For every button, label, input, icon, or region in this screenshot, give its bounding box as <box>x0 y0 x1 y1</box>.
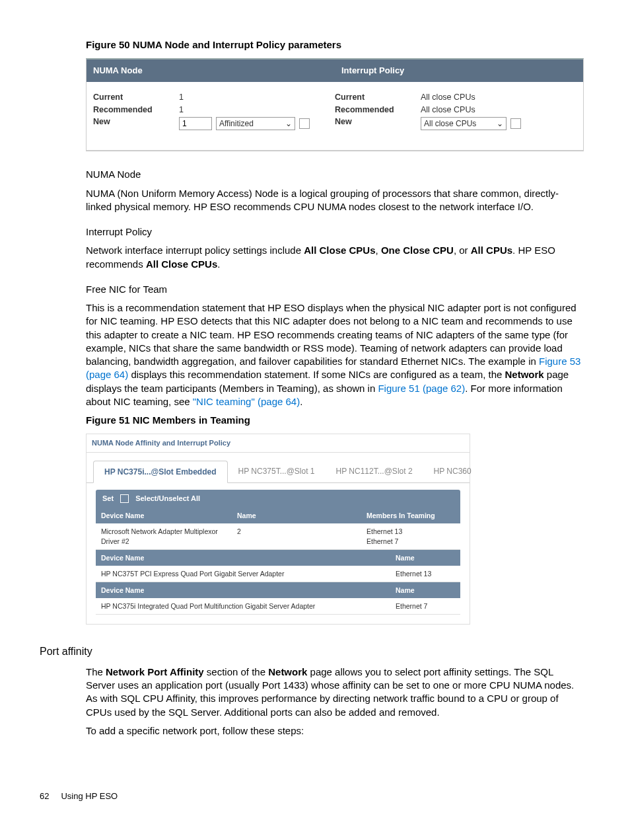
col-name: Name <box>232 508 361 523</box>
tab-slot-embedded[interactable]: HP NC375i...@Slot Embedded <box>93 461 228 483</box>
figure-50-caption: Figure 50 NUMA Node and Interrupt Policy… <box>86 38 584 52</box>
figure-50: NUMA Node Interrupt Policy Current Recom… <box>86 58 584 151</box>
free-nic-body: This is a recommendation statement that … <box>86 301 584 408</box>
select-all-checkbox[interactable] <box>120 494 129 503</box>
cell-name: 2 <box>232 523 361 549</box>
cell-device: Microsoft Network Adapter Multiplexor Dr… <box>96 523 232 549</box>
fig51-title: NUMA Node Affinity and Interrupt Policy <box>87 434 470 453</box>
numa-new-input[interactable] <box>179 117 212 130</box>
port-affinity-body-2: To add a specific network port, follow t… <box>86 724 584 738</box>
interrupt-policy-body: Network interface interrupt policy setti… <box>86 244 584 271</box>
numa-new-select-value: Affinitized <box>219 118 254 130</box>
numa-new-label: New <box>93 116 179 128</box>
figure-51-caption: Figure 51 NIC Members in Teaming <box>86 414 584 427</box>
ip-recommended-label: Recommended <box>335 104 421 116</box>
ip-new-select[interactable]: All close CPUs ⌄ <box>421 117 507 130</box>
ip-new-select-value: All close CPUs <box>424 118 476 130</box>
table-row: Microsoft Network Adapter Multiplexor Dr… <box>96 523 460 549</box>
col-device-name: Device Name <box>96 508 232 523</box>
ip-recommended-value: All close CPUs <box>421 104 577 116</box>
numa-new-checkbox[interactable] <box>299 118 310 129</box>
col-device-name: Device Name <box>96 550 390 566</box>
footer-label: Using HP ESO <box>61 790 118 802</box>
tab-slot-2[interactable]: HP NC112T...@Slot 2 <box>326 461 423 482</box>
cell-name: Ethernet 7 <box>390 598 460 614</box>
numa-recommended-label: Recommended <box>93 104 179 116</box>
numa-recommended-value: 1 <box>179 104 335 116</box>
link-nic-teaming[interactable]: "NIC teaming" (page 64) <box>193 396 300 407</box>
chevron-down-icon: ⌄ <box>285 118 292 130</box>
tab-slot-1[interactable]: HP NC375T...@Slot 1 <box>228 461 326 482</box>
port-affinity-body-1: The Network Port Affinity section of the… <box>86 666 584 719</box>
table-row: HP NC375i Integrated Quad Port Multifunc… <box>96 598 460 615</box>
cell-device: HP NC375T PCI Express Quad Port Gigabit … <box>96 566 390 582</box>
cell-name: Ethernet 13 <box>390 566 460 582</box>
tab-nc360[interactable]: HP NC360 <box>423 461 482 482</box>
interrupt-policy-title: Interrupt Policy <box>86 225 584 239</box>
numa-node-body: NUMA (Non Uniform Memory Access) Node is… <box>86 187 584 214</box>
cell-members: Ethernet 13 Ethernet 7 <box>361 523 460 549</box>
numa-node-title: NUMA Node <box>86 168 584 181</box>
numa-new-select[interactable]: Affinitized ⌄ <box>216 117 295 130</box>
select-all-label: Select/Unselect All <box>135 494 200 504</box>
ip-new-checkbox[interactable] <box>510 118 521 129</box>
figure-51: NUMA Node Affinity and Interrupt Policy … <box>86 434 470 625</box>
numa-current-label: Current <box>93 91 179 104</box>
col-device-name: Device Name <box>96 582 390 598</box>
col-name: Name <box>390 582 460 598</box>
table-row: HP NC375T PCI Express Quad Port Gigabit … <box>96 566 460 582</box>
col-name: Name <box>390 550 460 566</box>
link-figure-51[interactable]: Figure 51 (page 62) <box>378 383 465 394</box>
page-footer: 62 Using HP ESO <box>40 790 590 802</box>
numa-current-value: 1 <box>179 91 335 104</box>
col-members: Members In Teaming <box>361 508 460 523</box>
ip-current-value: All close CPUs <box>421 91 577 104</box>
numa-node-header: NUMA Node <box>87 59 335 82</box>
fig51-tabs: HP NC375i...@Slot Embedded HP NC375T...@… <box>87 453 470 483</box>
cell-device: HP NC375i Integrated Quad Port Multifunc… <box>96 598 390 614</box>
ip-current-label: Current <box>335 91 421 104</box>
ip-new-label: New <box>335 116 421 128</box>
interrupt-policy-header: Interrupt Policy <box>335 59 583 82</box>
free-nic-title: Free NIC for Team <box>86 283 584 296</box>
chevron-down-icon: ⌄ <box>497 118 503 130</box>
set-button[interactable]: Set <box>102 494 114 504</box>
port-affinity-title: Port affinity <box>40 644 584 659</box>
page-number: 62 <box>40 790 49 802</box>
